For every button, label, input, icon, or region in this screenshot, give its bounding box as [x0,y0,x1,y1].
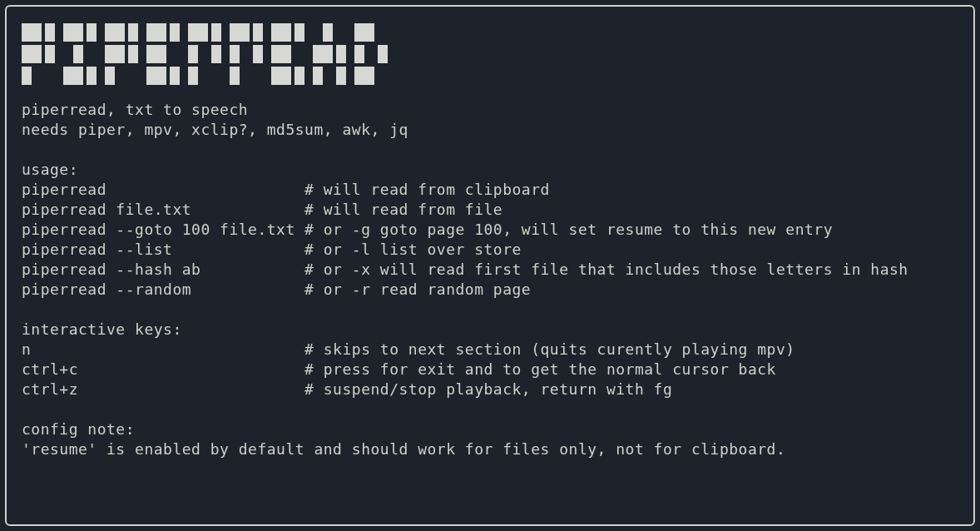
svg-rect-14 [105,23,115,42]
usage-line-1: piperread file.txt # will read from file [22,201,502,218]
help-panel: piperread, txt to speech needs piper, mp… [5,5,975,526]
svg-rect-52 [336,45,346,63]
config-line-0: 'resume' is enabled by default and shoul… [22,440,785,458]
svg-rect-33 [211,45,221,63]
svg-rect-11 [63,67,73,85]
svg-rect-50 [313,45,323,63]
svg-rect-53 [313,67,323,85]
svg-rect-0 [22,23,32,42]
svg-rect-37 [253,23,263,42]
svg-rect-30 [198,23,208,42]
svg-rect-31 [211,23,221,42]
svg-rect-21 [146,23,156,42]
svg-rect-27 [156,67,166,85]
usage-line-2: piperread --goto 100 file.txt # or -g go… [22,221,833,238]
svg-rect-16 [128,23,138,42]
svg-rect-23 [170,23,180,42]
config-header: config note: [22,420,135,438]
help-text: piperread, txt to speech needs piper, mp… [22,100,958,459]
svg-rect-2 [45,23,55,42]
usage-line-3: piperread --list # or -l list over store [22,241,522,258]
svg-rect-13 [87,67,97,85]
svg-rect-32 [188,45,198,63]
svg-rect-49 [323,23,333,42]
svg-rect-60 [364,67,374,85]
svg-rect-38 [230,45,240,63]
keys-header: interactive keys: [22,320,182,338]
svg-rect-51 [323,45,333,63]
svg-rect-48 [294,67,304,85]
svg-rect-26 [146,67,156,85]
svg-rect-56 [364,23,374,42]
svg-rect-7 [63,23,73,42]
banner-logo [22,23,958,85]
svg-rect-44 [271,45,281,63]
svg-rect-9 [87,23,97,42]
svg-rect-25 [156,45,166,63]
svg-rect-47 [281,67,291,85]
svg-rect-4 [32,45,42,63]
svg-rect-35 [230,23,240,42]
svg-rect-34 [188,67,198,85]
svg-rect-3 [22,45,32,63]
keys-line-2: ctrl+z # suspend/stop playback, return w… [22,380,672,398]
svg-rect-28 [170,67,180,85]
svg-rect-17 [105,45,115,63]
svg-rect-8 [73,23,83,42]
usage-header: usage: [22,161,78,178]
svg-rect-10 [73,45,83,63]
svg-rect-15 [115,23,125,42]
svg-rect-39 [253,45,263,63]
keys-line-1: ctrl+c # press for exit and to get the n… [22,360,776,378]
svg-rect-59 [354,67,364,85]
usage-line-5: piperread --random # or -r read random p… [22,280,531,298]
svg-rect-12 [73,67,83,85]
svg-rect-54 [336,67,346,85]
svg-rect-19 [128,45,138,63]
svg-rect-29 [188,23,198,42]
svg-rect-41 [271,23,281,42]
svg-rect-24 [146,45,156,63]
svg-rect-46 [271,67,281,85]
svg-rect-18 [115,45,125,63]
svg-rect-6 [22,67,32,85]
svg-rect-36 [240,23,250,42]
intro-line-0: piperread, txt to speech [22,101,248,118]
svg-rect-57 [354,45,364,63]
svg-rect-20 [105,67,115,85]
usage-line-4: piperread --hash ab # or -x will read fi… [22,261,908,278]
svg-rect-43 [294,23,304,42]
svg-rect-45 [281,45,291,63]
svg-rect-5 [45,45,55,63]
svg-rect-55 [354,23,364,42]
svg-rect-58 [378,45,388,63]
svg-rect-22 [156,23,166,42]
keys-line-0: n # skips to next section (quits curentl… [22,340,795,358]
svg-rect-42 [281,23,291,42]
intro-line-1: needs piper, mpv, xclip?, md5sum, awk, j… [22,121,408,138]
svg-rect-40 [230,67,240,85]
usage-line-0: piperread # will read from clipboard [22,181,550,198]
svg-rect-1 [32,23,42,42]
